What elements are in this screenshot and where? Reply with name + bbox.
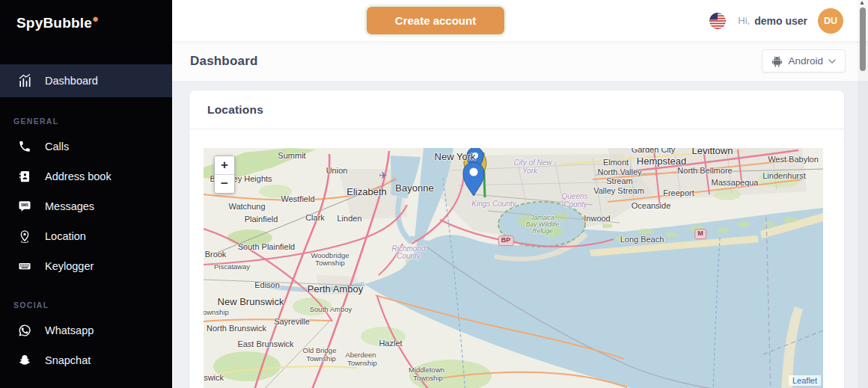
sidebar-item-address-book[interactable]: Address book xyxy=(0,161,172,191)
sidebar-item-whatsapp[interactable]: Whatsapp xyxy=(0,315,172,345)
avatar[interactable]: DU xyxy=(818,8,843,34)
sidebar-item-label: Dashboard xyxy=(45,75,98,87)
map-marker-dot xyxy=(470,168,478,176)
create-account-button[interactable]: Create account xyxy=(367,7,504,34)
sidebar-item-label: Keylogger xyxy=(45,260,94,272)
map-marker-dot xyxy=(472,153,478,158)
sidebar: SpyBubble● Dashboard GENERALCallsAddress… xyxy=(0,0,172,388)
zoom-in-button[interactable]: + xyxy=(215,156,234,175)
sidebar-item-calls[interactable]: Calls xyxy=(0,132,172,161)
username: demo user xyxy=(754,15,807,27)
zoom-out-button[interactable]: − xyxy=(215,175,234,193)
locations-card: Locations xyxy=(189,90,844,388)
scrollbar-thumb[interactable] xyxy=(860,7,866,71)
sidebar-item-label: Messages xyxy=(45,200,94,212)
top-right-cluster: Hi, demo user DU xyxy=(709,0,843,41)
android-icon xyxy=(771,55,783,67)
location-pin-icon xyxy=(16,230,33,243)
leaflet-attribution-link[interactable]: Leaflet xyxy=(789,375,821,386)
locations-map[interactable]: New YorkSummitUnionBerkeley HeightsEliza… xyxy=(204,148,823,388)
map-zoom-control: + − xyxy=(214,155,235,194)
svg-text:SMS: SMS xyxy=(21,203,28,207)
sidebar-item-snapchat[interactable]: Snapchat xyxy=(0,345,172,375)
main-content: Locations xyxy=(172,81,868,388)
keyboard-icon xyxy=(16,259,33,273)
road-shield-badge: M xyxy=(694,229,706,239)
sidebar-item-label: Calls xyxy=(45,141,69,153)
sidebar-section-title: SOCIAL xyxy=(13,301,172,310)
sidebar-item-location[interactable]: Location xyxy=(0,221,172,251)
sidebar-section-title: GENERAL xyxy=(13,117,172,126)
card-title: Locations xyxy=(189,90,844,129)
sidebar-item-label: Snapchat xyxy=(45,354,91,366)
sidebar-item-messages[interactable]: SMSMessages xyxy=(0,191,172,221)
sidebar-item-keylogger[interactable]: Keylogger xyxy=(0,251,172,281)
platform-label: Android xyxy=(788,55,823,67)
sidebar-item-label: Location xyxy=(45,230,86,242)
dashboard-icon xyxy=(16,73,33,88)
sidebar-item-label: Whatsapp xyxy=(45,324,94,336)
scrollbar-track[interactable]: ▲ xyxy=(858,0,868,388)
map-canvas xyxy=(204,148,823,388)
sidebar-item-dashboard[interactable]: Dashboard xyxy=(0,64,172,97)
messages-icon: SMS xyxy=(16,200,33,213)
greeting-prefix: Hi, xyxy=(738,15,750,26)
road-shield-badge: BP xyxy=(498,235,514,246)
snapchat-icon xyxy=(16,354,33,367)
page-head: Dashboard Android xyxy=(172,41,868,81)
page-title: Dashboard xyxy=(190,54,258,69)
sidebar-item-label: Address book xyxy=(45,170,111,182)
whatsapp-icon xyxy=(16,324,33,337)
top-bar: Create account Hi, demo user xyxy=(172,0,868,41)
scrollbar-up-arrow[interactable]: ▲ xyxy=(859,0,865,6)
chevron-down-icon xyxy=(828,59,836,64)
app-logo: SpyBubble● xyxy=(0,0,172,31)
airport-icon: ✈ xyxy=(379,170,388,181)
us-flag-icon[interactable] xyxy=(709,13,726,29)
address-book-icon xyxy=(16,170,33,183)
platform-selector[interactable]: Android xyxy=(762,49,846,73)
logo-dot-icon: ● xyxy=(92,12,99,25)
phone-icon xyxy=(16,140,33,153)
